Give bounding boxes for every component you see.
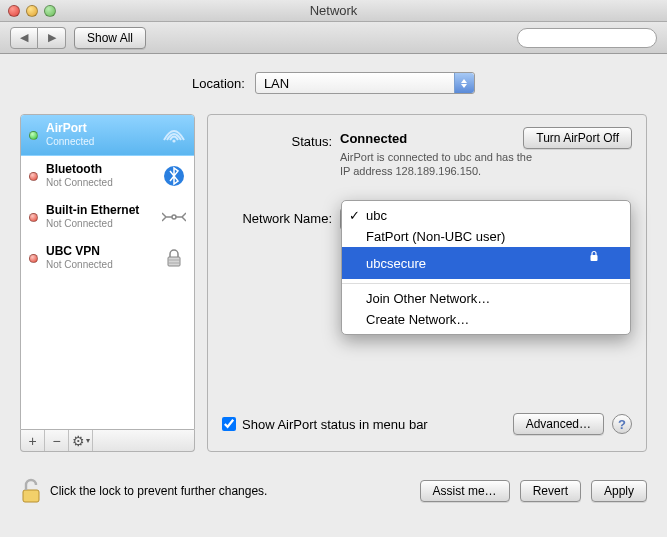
location-value: LAN <box>264 76 289 91</box>
menu-item-label: ubc <box>366 208 387 223</box>
lock-icon <box>588 250 610 276</box>
window-title: Network <box>0 3 667 18</box>
popup-arrows-icon <box>454 73 474 93</box>
service-status: Not Connected <box>46 176 158 190</box>
menu-separator <box>342 283 630 284</box>
menu-item-join-other[interactable]: Join Other Network… <box>342 288 630 309</box>
add-service-button[interactable]: + <box>21 430 45 451</box>
menu-item-label: FatPort (Non-UBC user) <box>366 229 505 244</box>
service-name: Built-in Ethernet <box>46 203 158 217</box>
menu-item-fatport[interactable]: FatPort (Non-UBC user) <box>342 226 630 247</box>
lock-button[interactable] <box>20 478 42 504</box>
assist-me-button[interactable]: Assist me… <box>420 480 510 502</box>
show-all-button[interactable]: Show All <box>74 27 146 49</box>
svg-rect-8 <box>591 255 598 261</box>
airport-icon <box>162 123 186 147</box>
menu-item-ubcsecure[interactable]: ubcsecure <box>342 247 630 279</box>
toolbar: ◀ ▶ Show All <box>0 22 667 54</box>
svg-point-2 <box>172 139 175 142</box>
vpn-lock-icon <box>162 246 186 270</box>
revert-button[interactable]: Revert <box>520 480 581 502</box>
service-item-vpn[interactable]: UBC VPN Not Connected <box>21 238 194 279</box>
gear-icon: ⚙ <box>72 433 85 449</box>
menu-item-create-network[interactable]: Create Network… <box>342 309 630 330</box>
service-list-toolbar: + − ⚙▾ <box>20 430 195 452</box>
service-list: AirPort Connected Bluetooth Not Connecte… <box>20 114 195 430</box>
status-description: AirPort is connected to ubc and has the … <box>340 150 540 178</box>
menu-item-label: ubcsecure <box>366 256 426 271</box>
search-input[interactable] <box>528 32 651 44</box>
network-name-menu[interactable]: ✓ ubc FatPort (Non-UBC user) ubcsecure J… <box>341 200 631 335</box>
status-dot-icon <box>29 213 38 222</box>
show-status-input[interactable] <box>222 417 236 431</box>
lock-note: Click the lock to prevent further change… <box>50 484 412 498</box>
show-status-label: Show AirPort status in menu bar <box>242 417 428 432</box>
footer: Click the lock to prevent further change… <box>0 464 667 518</box>
status-dot-icon <box>29 131 38 140</box>
turn-airport-off-button[interactable]: Turn AirPort Off <box>523 127 632 149</box>
service-status: Connected <box>46 135 158 149</box>
service-item-airport[interactable]: AirPort Connected <box>21 115 194 156</box>
svg-rect-9 <box>23 490 39 502</box>
status-dot-icon <box>29 172 38 181</box>
location-label: Location: <box>192 76 245 91</box>
bluetooth-icon <box>162 164 186 188</box>
ethernet-icon <box>162 205 186 229</box>
help-button[interactable]: ? <box>612 414 632 434</box>
service-status: Not Connected <box>46 258 158 272</box>
service-actions-button[interactable]: ⚙▾ <box>69 430 93 451</box>
service-sidebar: AirPort Connected Bluetooth Not Connecte… <box>20 114 195 452</box>
service-name: AirPort <box>46 121 158 135</box>
show-status-checkbox[interactable]: Show AirPort status in menu bar <box>222 417 428 432</box>
remove-service-button[interactable]: − <box>45 430 69 451</box>
back-button[interactable]: ◀ <box>10 27 38 49</box>
service-name: Bluetooth <box>46 162 158 176</box>
checkmark-icon: ✓ <box>349 208 360 223</box>
advanced-button[interactable]: Advanced… <box>513 413 604 435</box>
search-field[interactable] <box>517 28 657 48</box>
status-label: Status: <box>222 131 340 149</box>
network-name-label: Network Name: <box>222 208 340 230</box>
menu-item-ubc[interactable]: ✓ ubc <box>342 205 630 226</box>
titlebar: Network <box>0 0 667 22</box>
service-name: UBC VPN <box>46 244 158 258</box>
location-popup[interactable]: LAN <box>255 72 475 94</box>
service-item-bluetooth[interactable]: Bluetooth Not Connected <box>21 156 194 197</box>
apply-button[interactable]: Apply <box>591 480 647 502</box>
menu-item-label: Join Other Network… <box>366 291 490 306</box>
nav-buttons: ◀ ▶ <box>10 27 66 49</box>
forward-button[interactable]: ▶ <box>38 27 66 49</box>
service-status: Not Connected <box>46 217 158 231</box>
svg-point-4 <box>172 215 176 219</box>
svg-rect-5 <box>168 257 180 266</box>
status-dot-icon <box>29 254 38 263</box>
service-item-ethernet[interactable]: Built-in Ethernet Not Connected <box>21 197 194 238</box>
menu-item-label: Create Network… <box>366 312 469 327</box>
